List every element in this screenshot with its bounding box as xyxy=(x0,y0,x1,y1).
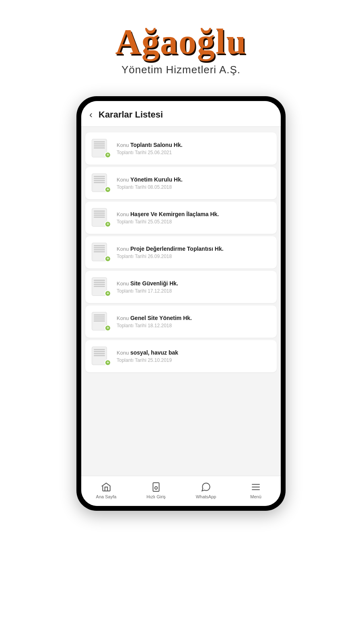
item-icon-2 xyxy=(92,208,111,227)
item-content-2: Konu Haşere Ve Kemirgen İlaçlama Hk. Top… xyxy=(117,211,270,225)
item-konu-6: Konu sosyal, havuz bak xyxy=(117,349,270,356)
item-konu-5: Konu Genel Site Yönetim Hk. xyxy=(117,314,270,322)
item-konu-2: Konu Haşere Ve Kemirgen İlaçlama Hk. xyxy=(117,211,270,218)
logo-section: Ağaoğlu Yönetim Hizmetleri A.Ş. xyxy=(0,0,362,88)
list-item[interactable]: Konu Yönetim Kurulu Hk. Toplantı Tarihi … xyxy=(85,167,277,199)
item-date-4: Toplantı Tarihi 17.12.2018 xyxy=(117,287,270,294)
page-title: Kararlar Listesi xyxy=(99,109,163,120)
menu-icon xyxy=(250,481,261,493)
hizli-icon xyxy=(150,481,162,493)
item-date-3: Toplantı Tarihi 26.09.2018 xyxy=(117,252,270,260)
brand-logo: Ağaoğlu xyxy=(115,24,247,60)
item-content-1: Konu Yönetim Kurulu Hk. Toplantı Tarihi … xyxy=(117,176,270,190)
item-icon-5 xyxy=(92,312,111,331)
item-icon-4 xyxy=(92,277,111,297)
list-item[interactable]: Konu Genel Site Yönetim Hk. Toplantı Tar… xyxy=(85,305,277,338)
item-konu-0: Konu Toplantı Salonu Hk. xyxy=(117,141,270,149)
item-date-1: Toplantı Tarihi 08.05.2018 xyxy=(117,183,270,190)
list-item[interactable]: Konu sosyal, havuz bak Toplantı Tarihi 2… xyxy=(85,340,277,372)
item-content-4: Konu Site Güvenliği Hk. Toplantı Tarihi … xyxy=(117,280,270,294)
bottom-nav: Ana Sayfa Hızlı Giriş xyxy=(81,476,281,506)
item-content-5: Konu Genel Site Yönetim Hk. Toplantı Tar… xyxy=(117,314,270,329)
home-icon xyxy=(101,481,112,493)
list-item[interactable]: Konu Proje Değerlendirme Toplantısı Hk. … xyxy=(85,236,277,268)
list-item[interactable]: Konu Haşere Ve Kemirgen İlaçlama Hk. Top… xyxy=(85,202,277,234)
nav-item-menu[interactable]: Menü xyxy=(231,481,281,499)
nav-label-home: Ana Sayfa xyxy=(96,494,117,499)
list-item[interactable]: Konu Toplantı Salonu Hk. Toplantı Tarihi… xyxy=(85,132,277,165)
item-date-2: Toplantı Tarihi 25.05.2018 xyxy=(117,218,270,225)
item-icon-6 xyxy=(92,347,111,366)
item-content-0: Konu Toplantı Salonu Hk. Toplantı Tarihi… xyxy=(117,141,270,156)
back-button[interactable]: ‹ xyxy=(89,109,93,120)
nav-item-hizli[interactable]: Hızlı Giriş xyxy=(131,481,181,499)
item-konu-3: Konu Proje Değerlendirme Toplantısı Hk. xyxy=(117,245,270,252)
item-konu-1: Konu Yönetim Kurulu Hk. xyxy=(117,176,270,183)
list-container: Konu Toplantı Salonu Hk. Toplantı Tarihi… xyxy=(81,127,281,476)
item-content-3: Konu Proje Değerlendirme Toplantısı Hk. … xyxy=(117,245,270,260)
phone-wrapper: ‹ Kararlar Listesi Konu Toplantı Salonu … xyxy=(0,88,362,644)
brand-subtitle: Yönetim Hizmetleri A.Ş. xyxy=(121,64,241,76)
item-date-5: Toplantı Tarihi 18.12.2018 xyxy=(117,322,270,329)
list-item[interactable]: Konu Site Güvenliği Hk. Toplantı Tarihi … xyxy=(85,271,277,303)
item-icon-0 xyxy=(92,139,111,158)
nav-label-whatsapp: WhatsApp xyxy=(196,494,216,499)
svg-rect-0 xyxy=(153,483,159,491)
nav-label-menu: Menü xyxy=(250,494,261,499)
item-date-0: Toplantı Tarihi 25.06.2021 xyxy=(117,149,270,156)
whatsapp-icon xyxy=(200,481,212,493)
item-content-6: Konu sosyal, havuz bak Toplantı Tarihi 2… xyxy=(117,349,270,363)
phone-frame: ‹ Kararlar Listesi Konu Toplantı Salonu … xyxy=(76,96,286,511)
page-header: ‹ Kararlar Listesi xyxy=(81,101,281,127)
svg-point-1 xyxy=(155,487,158,489)
phone-screen: ‹ Kararlar Listesi Konu Toplantı Salonu … xyxy=(81,101,281,506)
nav-item-whatsapp[interactable]: WhatsApp xyxy=(181,481,231,499)
item-date-6: Toplantı Tarihi 25.10.2019 xyxy=(117,356,270,363)
nav-label-hizli: Hızlı Giriş xyxy=(146,494,166,499)
item-icon-3 xyxy=(92,243,111,262)
nav-item-home[interactable]: Ana Sayfa xyxy=(81,481,131,499)
item-konu-4: Konu Site Güvenliği Hk. xyxy=(117,280,270,287)
item-icon-1 xyxy=(92,173,111,193)
